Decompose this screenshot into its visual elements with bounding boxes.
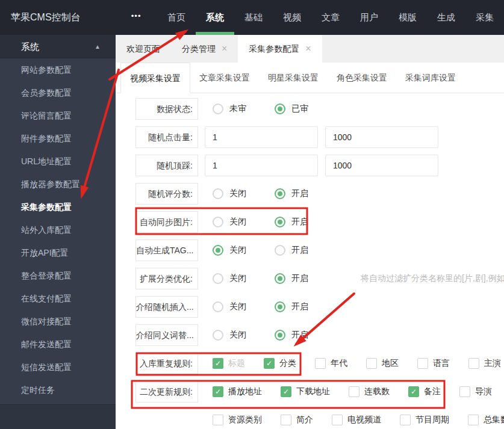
radio-option-关闭[interactable]: 关闭 — [213, 273, 246, 284]
subtab-视频采集设置[interactable]: 视频采集设置 — [120, 63, 190, 93]
tab-采集参数配置[interactable]: 采集参数配置× — [238, 35, 322, 63]
sidebar-item-在线支付配置[interactable]: 在线支付配置 — [0, 287, 116, 310]
chevron-up-icon: ▲ — [95, 35, 101, 58]
sidebar-item-附件参数配置[interactable]: 附件参数配置 — [0, 127, 116, 150]
radio-option-开启[interactable]: 开启 — [275, 245, 308, 256]
radio-group: 关闭开启 — [213, 239, 337, 261]
radio-icon — [213, 103, 223, 114]
radio-label: 开启 — [291, 188, 308, 199]
checkbox-item-资源类别[interactable]: 资源类别 — [213, 415, 262, 425]
tab-分类管理[interactable]: 分类管理× — [171, 35, 238, 63]
subtab-采集词库设置[interactable]: 采集词库设置 — [396, 63, 465, 93]
field-label: 二次更新规则: — [135, 381, 198, 403]
checkbox-label: 年代 — [331, 358, 347, 369]
radio-option-关闭[interactable]: 关闭 — [213, 245, 246, 256]
form-row: 自动生成TAG...关闭开启 — [135, 239, 504, 261]
radio-icon — [275, 301, 285, 312]
radio-option-已审[interactable]: 已审 — [275, 103, 308, 114]
checkbox-item-节目周期[interactable]: 节目周期 — [400, 415, 449, 425]
sidebar-item-开放API配置[interactable]: 开放API配置 — [0, 241, 116, 264]
checkbox-icon — [281, 415, 291, 425]
checkbox-item-年代[interactable]: 年代 — [315, 358, 347, 369]
checkbox-label: 连载数 — [364, 386, 390, 397]
sidebar-item-评论留言配置[interactable]: 评论留言配置 — [0, 104, 116, 127]
sidebar-collapse-icon[interactable]: ••• — [115, 0, 157, 35]
nav-item-视频[interactable]: 视频 — [273, 0, 311, 35]
sidebar-item-整合登录配置[interactable]: 整合登录配置 — [0, 264, 116, 287]
radio-option-开启[interactable]: 开启 — [275, 273, 308, 284]
checkbox-icon: ✓ — [281, 386, 291, 397]
field-label — [135, 409, 198, 429]
close-icon[interactable]: × — [222, 44, 227, 54]
nav-item-采集[interactable]: 采集 — [465, 0, 504, 35]
nav-item-基础[interactable]: 基础 — [234, 0, 273, 35]
sidebar-footer — [0, 404, 116, 429]
subtab-明星采集设置[interactable]: 明星采集设置 — [259, 63, 328, 93]
radio-option-关闭[interactable]: 关闭 — [213, 217, 246, 227]
checkbox-item-电视频道[interactable]: 电视频道 — [332, 415, 381, 425]
close-icon[interactable]: × — [305, 44, 311, 54]
checkbox-item-标题[interactable]: ✓标题 — [213, 358, 245, 369]
checkbox-item-播放地址[interactable]: ✓播放地址 — [213, 386, 262, 397]
form-row: 随机评分数:关闭开启 — [135, 183, 504, 205]
text-input[interactable]: 1 — [205, 155, 318, 176]
radio-icon — [213, 188, 223, 199]
radio-option-关闭[interactable]: 关闭 — [213, 188, 246, 199]
form-row: 数据状态:未审已审 — [135, 98, 504, 120]
nav-item-用户[interactable]: 用户 — [350, 0, 388, 35]
form-row: 介绍同义词替...关闭开启 — [135, 324, 504, 346]
sidebar-item-微信对接配置[interactable]: 微信对接配置 — [0, 310, 116, 333]
sidebar-item-播放器参数配置[interactable]: 播放器参数配置 — [0, 173, 116, 196]
checkbox-item-备注[interactable]: ✓备注 — [408, 386, 441, 397]
nav-item-首页[interactable]: 首页 — [157, 0, 196, 35]
nav-item-系统[interactable]: 系统 — [196, 0, 234, 35]
subtab-角色采集设置[interactable]: 角色采集设置 — [328, 63, 396, 93]
checkbox-item-连载数[interactable]: 连载数 — [349, 386, 390, 397]
nav-item-文章[interactable]: 文章 — [311, 0, 350, 35]
radio-option-未审[interactable]: 未审 — [213, 103, 246, 114]
subtab-文章采集设置[interactable]: 文章采集设置 — [190, 63, 259, 93]
checkbox-item-下载地址[interactable]: ✓下载地址 — [281, 386, 330, 397]
radio-option-关闭[interactable]: 关闭 — [213, 330, 246, 341]
radio-option-开启[interactable]: 开启 — [275, 301, 308, 312]
checkbox-label: 地区 — [382, 358, 399, 369]
checkbox-item-语言[interactable]: 语言 — [417, 358, 450, 369]
sidebar-item-URL地址配置[interactable]: URL地址配置 — [0, 150, 116, 173]
text-input[interactable]: 1 — [205, 126, 318, 148]
sidebar-item-邮件发送配置[interactable]: 邮件发送配置 — [0, 333, 116, 356]
checkbox-item-简介[interactable]: 简介 — [281, 415, 313, 425]
checkbox-item-总集数[interactable]: 总集数 — [468, 415, 504, 425]
sidebar-item-网站参数配置[interactable]: 网站参数配置 — [0, 58, 116, 81]
form-row: 随机顶踩:11000 — [135, 155, 504, 176]
open-page-tabs: 欢迎页面分类管理×采集参数配置× — [116, 35, 504, 63]
checkbox-icon — [468, 415, 479, 425]
radio-option-开启[interactable]: 开启 — [275, 217, 308, 227]
radio-option-开启[interactable]: 开启 — [275, 330, 308, 341]
tab-欢迎页面[interactable]: 欢迎页面 — [116, 35, 171, 63]
sidebar-item-会员参数配置[interactable]: 会员参数配置 — [0, 81, 116, 104]
radio-icon — [213, 273, 223, 284]
radio-group: 关闭开启 — [213, 268, 337, 289]
checkbox-item-主演[interactable]: 主演 — [468, 358, 501, 369]
text-input[interactable]: 1000 — [325, 126, 438, 148]
text-input[interactable]: 1000 — [325, 155, 438, 176]
checkbox-item-分类[interactable]: ✓分类 — [264, 358, 296, 369]
form-row: 随机点击量:11000 — [135, 126, 504, 148]
sidebar-item-定时任务[interactable]: 定时任务 — [0, 378, 116, 401]
checkbox-item-导演[interactable]: 导演 — [459, 386, 492, 397]
checkbox-label: 播放地址 — [228, 386, 262, 397]
nav-item-模版[interactable]: 模版 — [388, 0, 427, 35]
sidebar-item-采集参数配置[interactable]: 采集参数配置 — [0, 196, 116, 218]
checkbox-label: 备注 — [424, 386, 441, 397]
checkbox-label: 节目周期 — [415, 415, 449, 425]
radio-option-关闭[interactable]: 关闭 — [213, 301, 246, 312]
radio-option-开启[interactable]: 开启 — [275, 188, 308, 199]
checkbox-group: 资源类别简介电视频道节目周期总集数 — [213, 409, 504, 429]
field-label: 自动同步图片: — [135, 211, 198, 233]
tab-label: 分类管理 — [182, 35, 216, 63]
checkbox-item-地区[interactable]: 地区 — [366, 358, 399, 369]
sidebar-item-短信发送配置[interactable]: 短信发送配置 — [0, 356, 116, 378]
sidebar-item-站外入库配置[interactable]: 站外入库配置 — [0, 218, 116, 241]
nav-item-生成[interactable]: 生成 — [427, 0, 465, 35]
sidebar-section-header[interactable]: 系统 ▲ — [0, 35, 116, 58]
